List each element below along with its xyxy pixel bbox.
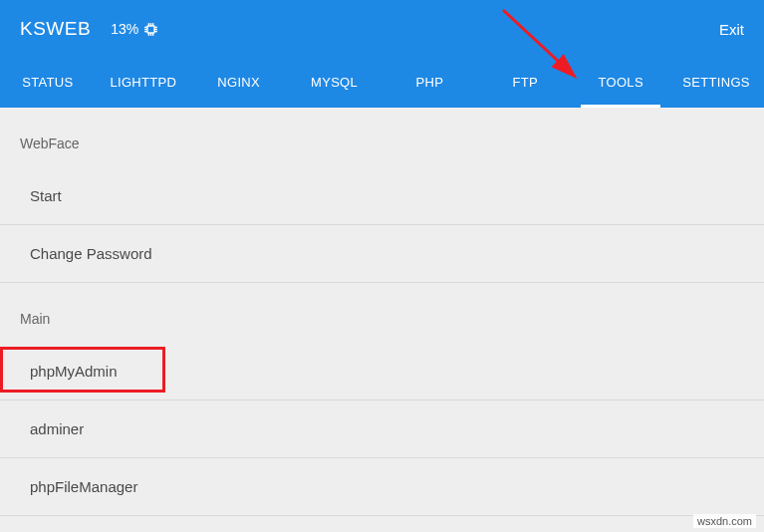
battery-status: 13% (111, 21, 159, 38)
top-bar-left: KSWEB 13% (20, 18, 159, 40)
tab-bar: STATUS LIGHTTPD NGINX MYSQL PHP FTP TOOL… (0, 58, 764, 108)
tab-nginx[interactable]: NGINX (191, 58, 287, 108)
section-webface-label: WebFace (0, 108, 764, 167)
exit-button[interactable]: Exit (719, 21, 744, 38)
tab-tools[interactable]: TOOLS (573, 58, 668, 108)
watermark: wsxdn.com (693, 514, 756, 528)
list-item-phpfilemanager[interactable]: phpFileManager (0, 458, 764, 516)
tab-mysql[interactable]: MYSQL (287, 58, 382, 108)
tab-ftp[interactable]: FTP (477, 58, 573, 108)
battery-percent: 13% (111, 21, 138, 37)
tab-settings[interactable]: SETTINGS (668, 58, 764, 108)
tab-status[interactable]: STATUS (0, 58, 96, 108)
app-title: KSWEB (20, 18, 91, 40)
list-item-adminer[interactable]: adminer (0, 400, 764, 458)
app-header: KSWEB 13% Exit STATUS LIGHTTPD NGINX MYS… (0, 0, 764, 108)
list-item-start[interactable]: Start (0, 167, 764, 225)
tab-lighttpd[interactable]: LIGHTTPD (96, 58, 191, 108)
tab-php[interactable]: PHP (382, 58, 478, 108)
list-item-phpmyadmin[interactable]: phpMyAdmin (0, 343, 764, 400)
list-item-change-password[interactable]: Change Password (0, 225, 764, 283)
section-main-label: Main (0, 283, 764, 343)
top-bar: KSWEB 13% Exit (0, 0, 764, 58)
cpu-chip-icon (142, 21, 159, 38)
svg-rect-0 (147, 25, 154, 32)
content-area: WebFace Start Change Password Main phpMy… (0, 108, 764, 532)
main-section: phpMyAdmin adminer phpFileManager (0, 343, 764, 516)
